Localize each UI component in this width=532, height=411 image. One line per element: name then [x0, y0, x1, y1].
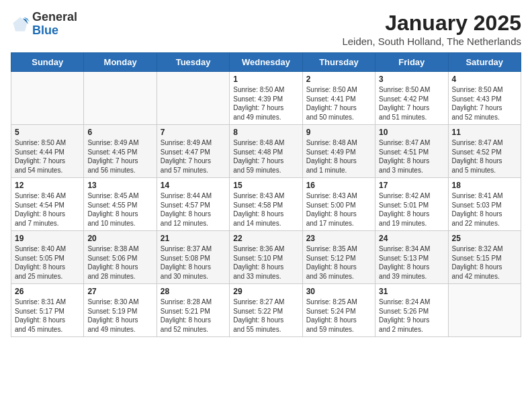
cell-line: Sunrise: 8:50 AM [306, 85, 371, 95]
cell-line: Sunrise: 8:46 AM [15, 191, 80, 201]
calendar-week-2: 5Sunrise: 8:50 AMSunset: 4:44 PMDaylight… [11, 125, 521, 178]
cell-line: and 17 minutes. [306, 219, 371, 228]
cell-line: Sunrise: 8:37 AM [161, 244, 226, 254]
cell-line: Sunrise: 8:50 AM [379, 85, 444, 95]
cell-line: Sunset: 5:13 PM [379, 254, 444, 263]
day-number: 1 [233, 75, 298, 84]
cell-line: and 14 minutes. [233, 219, 298, 228]
col-sunday: Sunday [11, 53, 84, 72]
cell-line: Sunset: 5:21 PM [161, 307, 226, 316]
cell-line: Daylight: 8 hours [306, 263, 371, 272]
cell-line: Sunset: 5:03 PM [452, 201, 517, 210]
calendar-cell: 15Sunrise: 8:43 AMSunset: 4:58 PMDayligh… [230, 178, 302, 231]
page-header: General Blue January 2025 Leiden, South … [11, 11, 521, 47]
cell-line: and 25 minutes. [15, 272, 80, 281]
cell-line: and 59 minutes. [306, 325, 371, 334]
logo-icon [11, 15, 30, 34]
day-number: 19 [15, 234, 80, 243]
logo-blue: Blue [32, 24, 58, 37]
cell-line: Sunset: 5:01 PM [379, 201, 444, 210]
cell-line: Sunrise: 8:50 AM [233, 85, 298, 95]
day-number: 11 [452, 128, 517, 137]
cell-line: Daylight: 8 hours [379, 263, 444, 272]
day-number: 16 [306, 181, 371, 190]
calendar-cell: 10Sunrise: 8:47 AMSunset: 4:51 PMDayligh… [375, 125, 448, 178]
day-number: 25 [452, 234, 517, 243]
cell-line: Sunrise: 8:38 AM [87, 244, 152, 254]
day-number: 13 [87, 181, 152, 190]
cell-line: and 56 minutes. [87, 166, 152, 175]
day-number: 18 [452, 181, 517, 190]
day-number: 9 [306, 128, 371, 137]
calendar-cell: 29Sunrise: 8:27 AMSunset: 5:22 PMDayligh… [230, 284, 302, 337]
cell-line: and 2 minutes. [379, 325, 444, 334]
cell-line: Sunrise: 8:49 AM [161, 138, 226, 148]
calendar-week-4: 19Sunrise: 8:40 AMSunset: 5:05 PMDayligh… [11, 231, 521, 284]
cell-line: Daylight: 8 hours [452, 156, 517, 166]
cell-line: Sunset: 5:17 PM [15, 307, 80, 316]
title-block: January 2025 Leiden, South Holland, The … [342, 11, 521, 47]
calendar-cell: 4Sunrise: 8:50 AMSunset: 4:43 PMDaylight… [448, 72, 521, 125]
calendar-week-3: 12Sunrise: 8:46 AMSunset: 4:54 PMDayligh… [11, 178, 521, 231]
cell-line: Daylight: 8 hours [15, 316, 80, 325]
calendar-cell: 9Sunrise: 8:48 AMSunset: 4:49 PMDaylight… [302, 125, 375, 178]
cell-line: and 42 minutes. [452, 272, 517, 281]
cell-line: Sunrise: 8:35 AM [306, 244, 371, 254]
calendar-header-row: Sunday Monday Tuesday Wednesday Thursday… [11, 53, 521, 72]
cell-line: and 45 minutes. [15, 325, 80, 334]
calendar-cell: 25Sunrise: 8:32 AMSunset: 5:15 PMDayligh… [448, 231, 521, 284]
cell-line: and 19 minutes. [379, 219, 444, 228]
cell-line: Sunset: 5:08 PM [161, 254, 226, 263]
cell-line: Sunrise: 8:34 AM [379, 244, 444, 254]
cell-line: and 5 minutes. [452, 166, 517, 175]
cell-line: Sunset: 4:42 PM [379, 95, 444, 104]
cell-line: Daylight: 8 hours [306, 316, 371, 325]
col-saturday: Saturday [448, 53, 521, 72]
cell-line: and 59 minutes. [233, 166, 298, 175]
cell-line: and 49 minutes. [87, 325, 152, 334]
cell-line: Daylight: 8 hours [233, 316, 298, 325]
calendar-cell: 30Sunrise: 8:25 AMSunset: 5:24 PMDayligh… [302, 284, 375, 337]
cell-line: Sunset: 5:05 PM [15, 254, 80, 263]
calendar-cell: 1Sunrise: 8:50 AMSunset: 4:39 PMDaylight… [230, 72, 302, 125]
calendar-cell: 26Sunrise: 8:31 AMSunset: 5:17 PMDayligh… [11, 284, 84, 337]
day-number: 23 [306, 234, 371, 243]
day-number: 4 [452, 75, 517, 84]
calendar-cell: 31Sunrise: 8:24 AMSunset: 5:26 PMDayligh… [375, 284, 448, 337]
cell-line: Sunset: 5:10 PM [233, 254, 298, 263]
calendar-cell [448, 284, 521, 337]
cell-line: Daylight: 9 hours [379, 316, 444, 325]
cell-line: Daylight: 7 hours [87, 156, 152, 166]
cell-line: Daylight: 7 hours [15, 156, 80, 166]
cell-line: Sunrise: 8:49 AM [87, 138, 152, 148]
cell-line: Daylight: 8 hours [379, 210, 444, 219]
cell-line: Sunrise: 8:45 AM [87, 191, 152, 201]
cell-line: Sunset: 4:41 PM [306, 95, 371, 104]
cell-line: Sunrise: 8:42 AM [379, 191, 444, 201]
calendar-cell: 27Sunrise: 8:30 AMSunset: 5:19 PMDayligh… [84, 284, 157, 337]
calendar-cell: 2Sunrise: 8:50 AMSunset: 4:41 PMDaylight… [302, 72, 375, 125]
day-number: 5 [15, 128, 80, 137]
cell-line: and 22 minutes. [452, 219, 517, 228]
cell-line: Daylight: 8 hours [15, 263, 80, 272]
cell-line: Daylight: 7 hours [306, 103, 371, 113]
cell-line: Daylight: 8 hours [161, 263, 226, 272]
day-number: 8 [233, 128, 298, 137]
cell-line: Sunrise: 8:41 AM [452, 191, 517, 201]
day-number: 26 [15, 287, 80, 296]
cell-line: Sunset: 4:45 PM [87, 148, 152, 157]
cell-line: Daylight: 8 hours [452, 210, 517, 219]
cell-line: Daylight: 8 hours [233, 210, 298, 219]
cell-line: Sunrise: 8:48 AM [306, 138, 371, 148]
cell-line: Sunset: 5:06 PM [87, 254, 152, 263]
cell-line: Sunrise: 8:30 AM [87, 298, 152, 307]
cell-line: and 10 minutes. [87, 219, 152, 228]
cell-line: and 7 minutes. [15, 219, 80, 228]
cell-line: and 49 minutes. [233, 113, 298, 122]
cell-line: Daylight: 8 hours [161, 210, 226, 219]
cell-line: Sunrise: 8:36 AM [233, 244, 298, 254]
cell-line: Sunrise: 8:43 AM [233, 191, 298, 201]
cell-line: Sunset: 5:15 PM [452, 254, 517, 263]
calendar-cell: 24Sunrise: 8:34 AMSunset: 5:13 PMDayligh… [375, 231, 448, 284]
day-number: 28 [161, 287, 226, 296]
